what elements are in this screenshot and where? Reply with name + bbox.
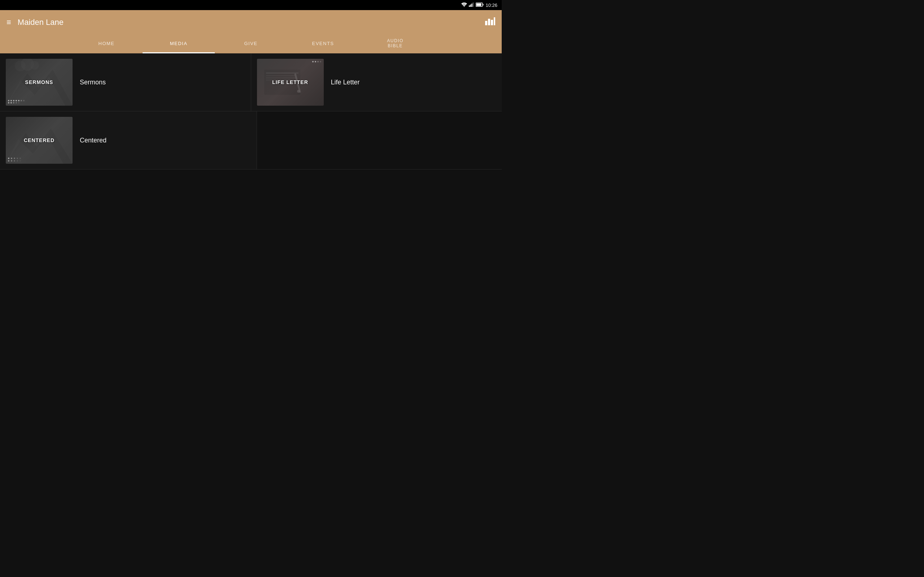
sermons-thumbnail: SERMONS xyxy=(6,59,73,106)
chart-icon[interactable] xyxy=(485,17,495,27)
svg-rect-1 xyxy=(469,5,470,7)
toolbar: ≡ Maiden Lane xyxy=(0,10,502,35)
tab-give[interactable]: GIVE xyxy=(215,35,287,53)
life-letter-thumbnail: LIFE LETTER xyxy=(257,59,324,106)
svg-rect-22 xyxy=(266,77,297,78)
svg-rect-8 xyxy=(485,21,487,25)
status-icons: 10:26 xyxy=(461,3,498,8)
svg-point-25 xyxy=(297,90,300,93)
svg-point-17 xyxy=(30,61,39,69)
centered-thumbnail: CENTERED xyxy=(6,117,73,164)
media-grid: SERMONS xyxy=(0,53,502,169)
svg-rect-6 xyxy=(483,4,484,5)
tab-media[interactable]: MEDIA xyxy=(142,35,215,53)
tab-home[interactable]: HOME xyxy=(70,35,142,53)
media-cell-empty xyxy=(257,111,502,169)
tab-events[interactable]: EVENTS xyxy=(287,35,359,53)
sermons-label: Sermons xyxy=(80,79,106,86)
svg-point-0 xyxy=(464,6,465,6)
life-letter-label: Life Letter xyxy=(331,79,360,86)
wifi-icon xyxy=(461,3,467,8)
media-cell-sermons[interactable]: SERMONS xyxy=(0,53,251,111)
life-letter-thumbnail-text: LIFE LETTER xyxy=(272,79,308,85)
svg-rect-11 xyxy=(494,17,495,25)
media-cell-centered[interactable]: CENTERED Centered xyxy=(0,111,257,169)
nav-tabs: HOME MEDIA GIVE EVENTS AUDIOBIBLE xyxy=(0,35,502,53)
centered-label: Centered xyxy=(80,137,107,144)
svg-rect-4 xyxy=(473,3,474,7)
centered-thumbnail-text: CENTERED xyxy=(24,137,55,143)
status-bar: 10:26 xyxy=(0,0,502,10)
svg-rect-9 xyxy=(488,19,490,25)
signal-icon xyxy=(469,3,474,8)
app-title: Maiden Lane xyxy=(18,18,63,27)
battery-icon xyxy=(476,3,484,8)
media-cell-life-letter[interactable]: LIFE LETTER Life Letter xyxy=(251,53,502,111)
media-row-2: CENTERED Centered xyxy=(0,111,502,169)
svg-rect-21 xyxy=(266,76,295,76)
svg-rect-20 xyxy=(266,73,299,74)
sermons-thumbnail-text: SERMONS xyxy=(25,79,53,85)
svg-rect-10 xyxy=(491,20,493,25)
tab-audio-bible[interactable]: AUDIOBIBLE xyxy=(359,35,431,53)
toolbar-left: ≡ Maiden Lane xyxy=(6,18,63,27)
svg-rect-7 xyxy=(477,3,481,6)
content-area: SERMONS xyxy=(0,53,502,313)
svg-rect-3 xyxy=(472,3,472,7)
media-row-1: SERMONS xyxy=(0,53,502,111)
status-time: 10:26 xyxy=(485,3,498,8)
hamburger-menu-icon[interactable]: ≡ xyxy=(6,18,11,27)
svg-rect-2 xyxy=(470,4,472,7)
